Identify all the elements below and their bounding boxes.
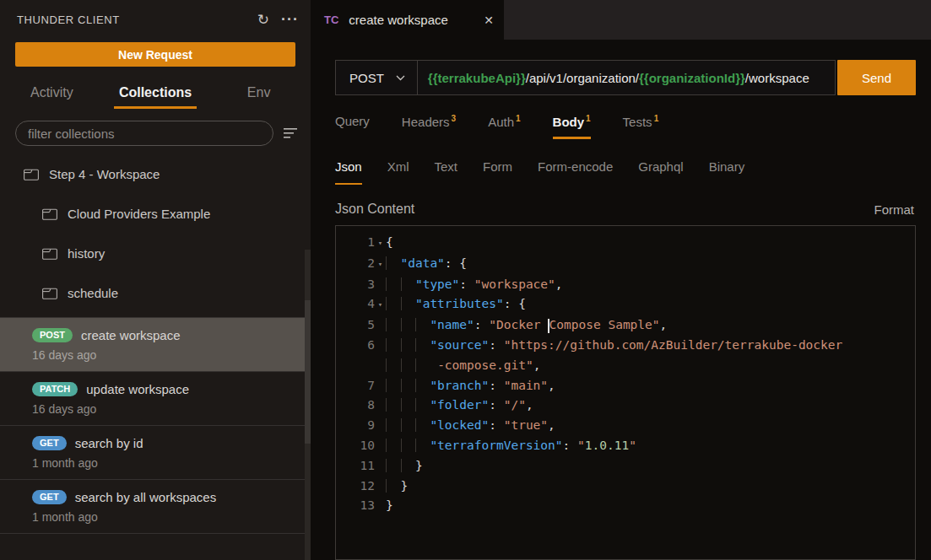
folder-icon (42, 288, 57, 299)
token-str: "main" (504, 379, 548, 392)
tab-create-workspace[interactable]: TC create workspace ✕ (311, 0, 504, 40)
token-ind (386, 459, 415, 472)
json-editor[interactable]: 1▾{2▾ "data": {3 "type": "workspace",4▾ … (335, 225, 916, 560)
folder-item-history[interactable]: history (0, 234, 311, 273)
send-button[interactable]: Send (837, 60, 916, 95)
request-tab-auth[interactable]: Auth1 (488, 109, 520, 139)
token-str: "true" (504, 418, 548, 432)
request-list: POSTcreate workspace16 days agoPATCHupda… (0, 317, 311, 534)
fold-icon[interactable]: ▾ (375, 294, 386, 315)
token-ind (386, 277, 415, 291)
fold-icon[interactable]: ▾ (375, 233, 386, 254)
collections-tree: Step 4 - WorkspaceCloud Providers Exampl… (0, 154, 311, 313)
code-text: "name": "Docker Compose Sample", (386, 315, 915, 336)
folder-label: history (68, 246, 105, 261)
sidebar-tab-activity[interactable]: Activity (0, 77, 104, 109)
tab-count-badge: 1 (654, 114, 659, 123)
code-text: "locked": "true", (386, 416, 915, 436)
active-tab-underline (114, 106, 197, 109)
token-key: "folder" (430, 398, 489, 412)
token-punc: : (489, 379, 503, 392)
sidebar-tab-env[interactable]: Env (207, 77, 311, 109)
token-key: "data" (400, 256, 444, 270)
request-name: create workspace (81, 328, 181, 342)
request-tab-body[interactable]: Body1 (553, 109, 591, 139)
refresh-icon[interactable]: ↻ (257, 11, 269, 29)
token-str: -compose.git" (437, 358, 533, 372)
folder-item-step-4-workspace[interactable]: Step 4 - Workspace (0, 154, 311, 194)
request-tab-tests[interactable]: Tests1 (623, 109, 659, 139)
line-number: 7 (336, 376, 375, 396)
request-tab-label: Query (335, 114, 370, 128)
body-panel-header: Json Content Format (335, 197, 916, 222)
new-request-button[interactable]: New Request (15, 42, 295, 67)
code-text: "source": "https://github.com/AzBuilder/… (386, 336, 915, 356)
body-tab-form[interactable]: Form (483, 159, 512, 185)
token-ind (386, 379, 430, 392)
code-text: } (386, 456, 915, 477)
token-punc: , (526, 398, 533, 412)
token-punc: : (489, 398, 503, 412)
editor-tabstrip: TC create workspace ✕ (311, 0, 931, 40)
method-label: POST (349, 71, 384, 85)
code-line: 10 "terraformVersion": "1.0.11" (336, 436, 915, 456)
request-line: GETsearch by id (32, 436, 311, 450)
sidebar-tab-collections[interactable]: Collections (104, 77, 208, 109)
code-line: 6 "source": "https://github.com/AzBuilde… (336, 336, 915, 356)
request-item-search-by-id[interactable]: GETsearch by id1 month ago (0, 426, 311, 480)
code-line: 5 "name": "Docker Compose Sample", (336, 315, 915, 336)
request-line: PATCHupdate workspace (32, 382, 311, 396)
token-str: " (577, 439, 585, 452)
fold-spacer (375, 477, 386, 497)
body-tab-graphql[interactable]: Graphql (638, 159, 683, 185)
tab-title: create workspace (349, 13, 475, 27)
line-number: 5 (336, 315, 375, 336)
body-tab-text[interactable]: Text (435, 159, 458, 185)
filter-collections-input[interactable] (15, 121, 273, 146)
folder-item-cloud-providers-example[interactable]: Cloud Providers Example (0, 194, 311, 234)
url-row: POST {{terrakubeApi}}/api/v1/organizatio… (335, 60, 916, 95)
token-punc: , (660, 318, 668, 331)
filter-sort-icon[interactable] (282, 127, 299, 139)
request-tab-headers[interactable]: Headers3 (402, 109, 456, 139)
request-tab-label: Body (553, 115, 585, 129)
token-ind (386, 256, 400, 270)
code-line: 3 "type": "workspace", (336, 275, 915, 295)
more-options-icon[interactable]: ··· (281, 15, 299, 24)
line-number: 6 (336, 336, 375, 356)
method-dropdown[interactable]: POST (336, 61, 418, 94)
chevron-down-icon (396, 75, 405, 81)
request-timestamp: 16 days ago (32, 348, 311, 362)
code-line: 4▾ "attributes": { (336, 294, 915, 315)
token-ind (386, 479, 400, 493)
body-tab-json[interactable]: Json (335, 159, 362, 185)
token-str: "workspace" (474, 277, 555, 291)
token-str: " (629, 439, 636, 452)
code-text: "data": { (386, 254, 915, 275)
scrollbar-thumb[interactable] (305, 300, 311, 444)
folder-item-schedule[interactable]: schedule (0, 273, 311, 313)
token-punc: , (555, 277, 563, 291)
format-button[interactable]: Format (874, 202, 916, 217)
request-item-search-by-all-workspaces[interactable]: GETsearch by all workspaces1 month ago (0, 480, 311, 534)
body-tab-xml[interactable]: Xml (387, 159, 409, 185)
request-item-create-workspace[interactable]: POSTcreate workspace16 days ago (0, 318, 311, 372)
line-number: 1 (336, 233, 375, 254)
folder-icon (42, 248, 57, 260)
token-punc: { (386, 235, 393, 249)
fold-icon[interactable]: ▾ (375, 254, 386, 275)
line-number: 12 (336, 477, 375, 497)
token-ind (386, 439, 430, 452)
tab-count-badge: 1 (586, 114, 591, 123)
method-badge-get: GET (32, 436, 67, 450)
sidebar-scrollbar[interactable] (305, 250, 311, 560)
request-item-update-workspace[interactable]: PATCHupdate workspace16 days ago (0, 372, 311, 426)
body-tab-form-encode[interactable]: Form-encode (538, 159, 613, 185)
code-text: } (386, 477, 915, 497)
token-str: "https://github.com/AzBuilder/terrakube-… (504, 338, 843, 352)
request-tabs: QueryHeaders3Auth1Body1Tests1 (335, 109, 916, 139)
close-tab-icon[interactable]: ✕ (484, 13, 494, 27)
body-tab-binary[interactable]: Binary (709, 159, 745, 185)
url-input[interactable]: {{terrakubeApi}}/api/v1/organization/{{o… (418, 61, 835, 94)
request-tab-query[interactable]: Query (335, 109, 370, 139)
